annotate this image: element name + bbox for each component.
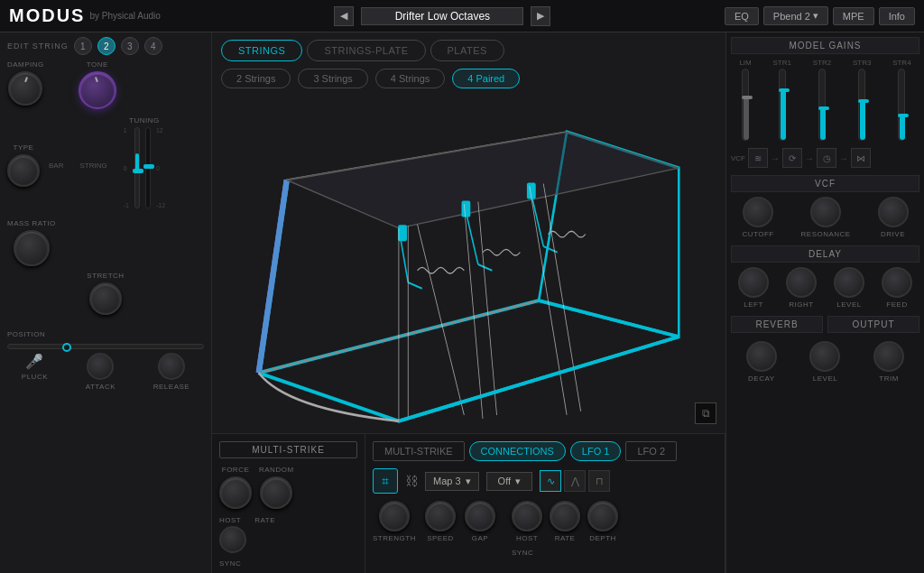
mass-ratio-knob[interactable] <box>14 230 50 266</box>
strength-knob[interactable] <box>379 501 410 531</box>
string-btn-2[interactable]: 2 <box>97 37 116 55</box>
sine-wave-btn[interactable]: ∿ <box>540 470 561 492</box>
pbend-button[interactable]: Pbend 2 ▾ <box>763 6 828 25</box>
tab-plates[interactable]: PLATES <box>430 40 504 61</box>
pluck-label: PLUCK <box>22 373 48 381</box>
tone-knob[interactable] <box>79 71 116 109</box>
lfo-controls: HOST RATE DEPTH <box>512 501 618 559</box>
tuning-sliders: 1 0 -1 12 <box>124 127 165 208</box>
connections-tab[interactable]: CONNECTIONS <box>469 441 566 461</box>
lfo-host-knob[interactable] <box>512 501 542 531</box>
type-labels: BAR STRING <box>49 162 107 170</box>
map-select[interactable]: Map 3 ▾ <box>425 472 479 491</box>
lfo2-tab[interactable]: LFO 2 <box>625 441 677 461</box>
str2-slider[interactable] <box>818 69 826 141</box>
lfo-rate-label: RATE <box>555 534 576 542</box>
eq-button[interactable]: EQ <box>725 7 759 25</box>
str1-label: STR1 <box>772 59 790 67</box>
lfo-host-label: HOST <box>516 534 538 542</box>
str4-slider[interactable] <box>898 69 905 141</box>
three-strings-button[interactable]: 3 Strings <box>298 69 367 88</box>
string-btn-4[interactable]: 4 <box>144 37 162 55</box>
trim-group: TRIM <box>873 341 904 383</box>
delay-section-header: DELAY <box>731 245 919 263</box>
copy-icon[interactable]: ⧉ <box>695 402 716 424</box>
right-slider[interactable] <box>145 127 151 208</box>
attack-knob[interactable] <box>87 353 114 380</box>
multi-strike-tab[interactable]: MULTI-STRIKE <box>373 441 465 461</box>
force-knob[interactable] <box>219 476 252 509</box>
two-strings-button[interactable]: 2 Strings <box>221 69 291 88</box>
stretch-knob[interactable] <box>89 282 122 315</box>
vcf-drive-label: DRIVE <box>881 230 905 238</box>
info-button[interactable]: Info <box>879 7 915 25</box>
decay-knob[interactable] <box>746 341 777 372</box>
tab-strings-plate[interactable]: STRINGS-PLATE <box>307 40 425 61</box>
speed-knob[interactable] <box>425 501 456 531</box>
gap-knob[interactable] <box>465 501 495 531</box>
left-ticks: 1 0 -1 <box>124 127 129 208</box>
stretch-label: STRETCH <box>87 272 124 280</box>
left-slider-thumb[interactable] <box>133 169 143 173</box>
svg-rect-4 <box>399 226 406 240</box>
four-paired-button[interactable]: 4 Paired <box>452 69 520 88</box>
four-strings-button[interactable]: 4 Strings <box>375 69 445 88</box>
vcf-icon[interactable]: ≋ <box>748 148 768 168</box>
tab-strings[interactable]: STRINGS <box>221 40 302 61</box>
string-btn-1[interactable]: 1 <box>74 37 92 55</box>
wave-buttons: ∿ ⋀ ⊓ <box>540 470 610 492</box>
reverb-level-knob[interactable] <box>809 341 840 372</box>
middle-panel: STRINGS STRINGS-PLATE PLATES 2 Strings 3… <box>212 32 725 573</box>
lfo-rate-group: RATE <box>550 501 580 542</box>
next-preset-button[interactable]: ▶ <box>531 6 550 26</box>
delay-icon[interactable]: ◷ <box>817 148 836 168</box>
vcf-drive-knob[interactable] <box>878 197 909 227</box>
lfo-depth-knob[interactable] <box>587 501 618 531</box>
sync-knob-ms[interactable] <box>219 526 246 553</box>
reverb-level-label: LEVEL <box>813 374 837 383</box>
attack-label: ATTACK <box>86 383 116 391</box>
str3-slider[interactable] <box>858 69 865 141</box>
right-slider-thumb[interactable] <box>143 164 154 169</box>
lim-slider[interactable] <box>742 69 749 141</box>
square-wave-btn[interactable]: ⊓ <box>588 470 610 492</box>
delay-feed-group: FEED <box>882 267 912 309</box>
delay-left-label: LEFT <box>744 300 763 309</box>
main-container: MODUS by Physical Audio ◀ Drifter Low Oc… <box>0 0 924 573</box>
lfo1-tab[interactable]: LFO 1 <box>570 441 622 461</box>
string-btn-3[interactable]: 3 <box>121 37 139 55</box>
position-thumb[interactable] <box>62 343 71 352</box>
lfo-rate-knob[interactable] <box>550 501 580 531</box>
delay-feed-knob[interactable] <box>882 267 912 298</box>
type-knob[interactable] <box>7 154 40 187</box>
resonance-knob[interactable] <box>810 197 841 227</box>
delay-right-knob[interactable] <box>786 267 817 298</box>
str1-slider[interactable] <box>779 69 786 141</box>
str3-col: STR3 <box>853 59 871 141</box>
delay-level-knob[interactable] <box>834 267 864 298</box>
preset-nav: ◀ Drifter Low Octaves ▶ <box>334 6 550 26</box>
reverb-icon[interactable]: ⋈ <box>851 148 871 168</box>
drive-icon[interactable]: ⟳ <box>782 148 802 168</box>
random-knob[interactable] <box>260 476 292 509</box>
damping-knob[interactable] <box>8 71 42 106</box>
connection-source-icon[interactable]: ⌗ <box>373 468 398 494</box>
position-slider[interactable] <box>7 344 204 349</box>
mpe-button[interactable]: MPE <box>833 7 874 25</box>
rate-label-ms: RATE <box>254 516 275 524</box>
left-slider[interactable] <box>134 127 140 208</box>
delay-left-knob[interactable] <box>738 267 769 298</box>
delay-level-group: LEVEL <box>834 267 864 309</box>
bar-label: BAR <box>49 162 63 170</box>
prev-preset-button[interactable]: ◀ <box>334 6 354 26</box>
cutoff-knob[interactable] <box>743 197 773 227</box>
off-select[interactable]: Off ▾ <box>486 472 532 491</box>
release-knob[interactable] <box>158 353 185 380</box>
force-group: FORCE <box>219 466 252 509</box>
random-label: RANDOM <box>259 466 294 474</box>
edit-string-row: EDIT STRING 1 2 3 4 <box>7 37 204 55</box>
triangle-wave-btn[interactable]: ⋀ <box>564 470 586 492</box>
string-type-label: STRING <box>79 162 106 170</box>
multi-strike-label[interactable]: MULTI-STRIKE <box>219 441 357 458</box>
trim-knob[interactable] <box>873 341 904 372</box>
